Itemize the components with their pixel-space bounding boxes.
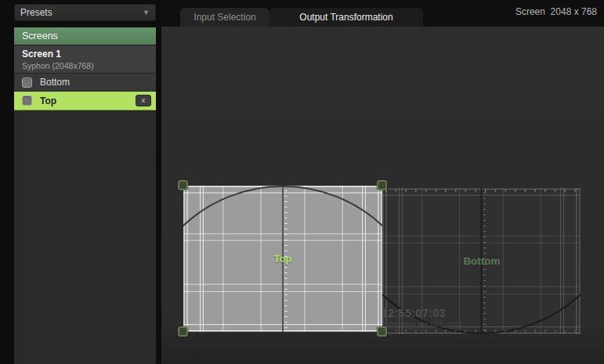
app-window: Presets ▼ Screens Screen 1 Syphon (2048x… — [0, 0, 604, 364]
screens-panel: Screens Screen 1 Syphon (2048x768) Botto… — [14, 27, 156, 364]
corner-handle-bottom-left[interactable] — [178, 326, 188, 337]
screen-list-item[interactable]: Screen 1 Syphon (2048x768) — [14, 45, 156, 74]
surface-item-bottom[interactable]: Bottom — [14, 74, 156, 92]
screen-source: Syphon (2048x768) — [22, 61, 156, 70]
surface-checkbox[interactable] — [22, 77, 32, 88]
corner-handle-bottom-right[interactable] — [377, 326, 387, 337]
surface-label: Bottom — [40, 77, 151, 88]
screens-header: Screens — [14, 27, 156, 45]
chevron-down-icon: ▼ — [143, 9, 150, 16]
composition-size-label: Composition size 1024 x 1536 — [383, 320, 461, 327]
remove-surface-button[interactable]: x — [136, 95, 151, 106]
tab-input-selection[interactable]: Input Selection — [180, 8, 269, 27]
surface-label: Top — [40, 96, 136, 106]
presets-label: Presets — [20, 7, 143, 18]
surface-top-test-grid[interactable] — [183, 186, 382, 332]
output-canvas[interactable]: Top Bottom 12:55:07:03 Composition size … — [161, 27, 604, 364]
tab-bar: Input Selection Output Transformation Sc… — [161, 0, 604, 27]
screen-size-label: Screen 2048 x 768 — [515, 0, 597, 27]
main-area: Input Selection Output Transformation Sc… — [161, 0, 604, 364]
presets-dropdown[interactable]: Presets ▼ — [14, 4, 156, 21]
timecode-label: 12:55:07:03 — [382, 307, 446, 319]
corner-handle-top-left[interactable] — [178, 180, 188, 190]
surface-item-top[interactable]: Top x — [14, 92, 156, 110]
surface-checkbox[interactable] — [22, 96, 32, 106]
screen-name: Screen 1 — [22, 49, 156, 59]
tab-output-transformation[interactable]: Output Transformation — [269, 8, 423, 27]
corner-handle-top-right[interactable] — [377, 180, 387, 190]
